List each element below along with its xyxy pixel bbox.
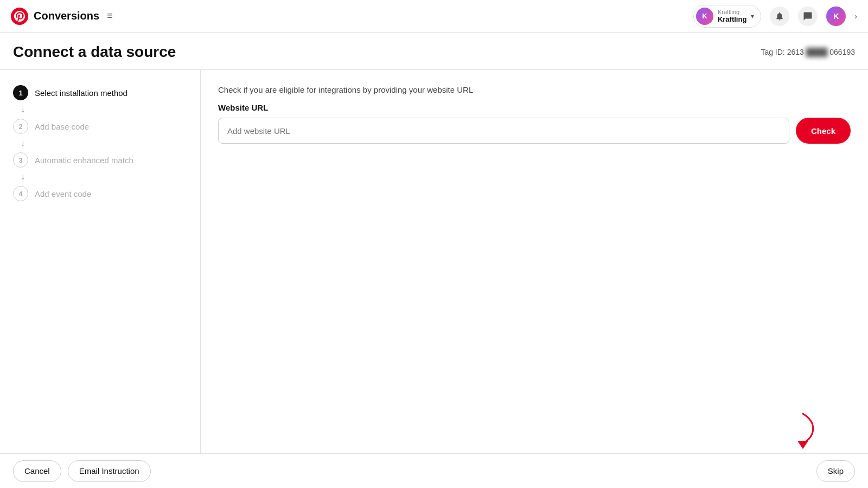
step-1: 1 Select installation method — [13, 83, 187, 102]
step-4-circle: 4 — [13, 186, 28, 201]
step-4: 4 Add event code — [13, 184, 187, 203]
tag-id: Tag ID: 2613 ████ 066193 — [761, 48, 855, 56]
skip-button[interactable]: Skip — [816, 460, 855, 482]
svg-point-0 — [11, 8, 28, 25]
messages-button[interactable] — [798, 7, 818, 26]
email-instruction-button[interactable]: Email Instruction — [68, 460, 151, 482]
bottom-left-actions: Cancel Email Instruction — [13, 460, 151, 482]
steps-sidebar: 1 Select installation method ↓ 2 Add bas… — [0, 70, 201, 453]
nav-left: Conversions ≡ — [11, 8, 113, 25]
bell-icon — [775, 11, 784, 21]
panel-subtitle: Check if you are eligible for integratio… — [218, 85, 851, 94]
user-info: Kraftling Kraftling — [718, 9, 746, 23]
user-avatar-button[interactable]: K — [826, 7, 846, 26]
step-2: 2 Add base code — [13, 117, 187, 136]
step-arrow-1: ↓ — [21, 102, 187, 117]
page-header: Connect a data source Tag ID: 2613 ████ … — [0, 33, 868, 69]
top-navigation: Conversions ≡ K Kraftling Kraftling ▾ K — [0, 0, 868, 33]
step-3-label: Automatic enhanced match — [35, 156, 133, 165]
expand-icon[interactable]: › — [854, 12, 857, 21]
main-panel: Check if you are eligible for integratio… — [201, 70, 868, 453]
bottom-bar: Cancel Email Instruction Skip — [0, 453, 868, 488]
page-content: Connect a data source Tag ID: 2613 ████ … — [0, 33, 868, 488]
step-arrow-3: ↓ — [21, 170, 187, 184]
menu-icon[interactable]: ≡ — [107, 10, 113, 22]
cancel-button[interactable]: Cancel — [13, 460, 61, 482]
step-1-label: Select installation method — [35, 88, 127, 98]
check-button[interactable]: Check — [796, 118, 851, 144]
user-dropdown[interactable]: K Kraftling Kraftling ▾ — [693, 5, 761, 28]
step-arrow-2: ↓ — [21, 136, 187, 150]
user-greeting: Kraftling — [718, 9, 746, 15]
pinterest-logo — [11, 8, 28, 25]
user-name: Kraftling — [718, 15, 746, 23]
nav-title: Conversions — [34, 10, 99, 22]
step-3-circle: 3 — [13, 152, 28, 168]
step-2-label: Add base code — [35, 122, 89, 131]
step-3: 3 Automatic enhanced match — [13, 150, 187, 170]
website-url-input[interactable] — [218, 118, 789, 144]
field-label: Website URL — [218, 103, 851, 112]
step-2-circle: 2 — [13, 119, 28, 134]
step-4-label: Add event code — [35, 189, 91, 198]
nav-right: K Kraftling Kraftling ▾ K › — [693, 5, 857, 28]
page-title: Connect a data source — [13, 43, 176, 61]
chat-icon — [803, 11, 813, 21]
step-1-circle: 1 — [13, 85, 28, 100]
chevron-down-icon: ▾ — [751, 12, 754, 20]
avatar: K — [696, 8, 713, 25]
main-layout: 1 Select installation method ↓ 2 Add bas… — [0, 69, 868, 453]
notification-button[interactable] — [770, 7, 789, 26]
url-input-row: Check — [218, 118, 851, 144]
